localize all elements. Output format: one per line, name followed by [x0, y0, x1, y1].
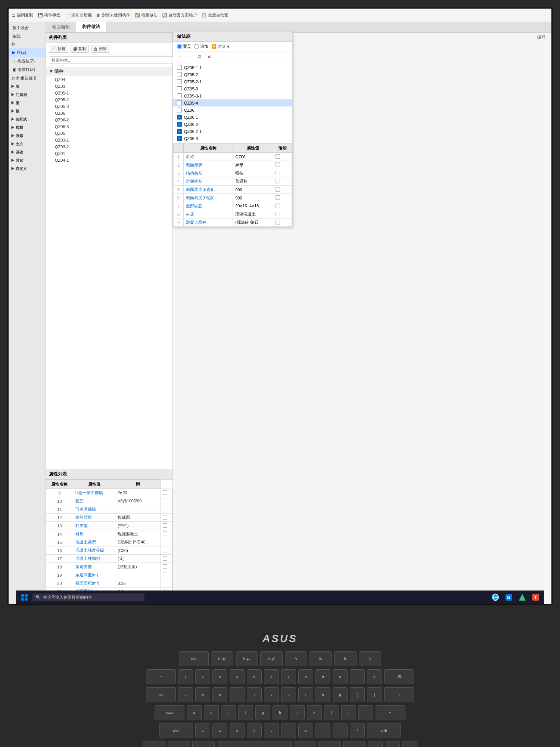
key-f[interactable]: f — [238, 705, 253, 720]
key-e[interactable]: e — [212, 687, 227, 702]
key-d[interactable]: d — [221, 705, 236, 720]
start-button[interactable] — [19, 592, 29, 602]
key-3[interactable]: 3 — [212, 669, 227, 684]
sidebar-decor[interactable]: ▶ 装修 — [9, 132, 46, 140]
tree-item-6[interactable]: QZ06-2 — [46, 117, 172, 123]
key-f2[interactable]: f2 🔈 — [236, 651, 258, 666]
tree-item-9[interactable]: QZ03-1 — [46, 137, 172, 143]
attach-checkbox-11[interactable] — [163, 581, 167, 585]
toolbar-layer-copy[interactable]: 🗂 层间复制 — [12, 12, 33, 18]
key-2[interactable]: 2 — [195, 669, 210, 684]
key-space[interactable] — [217, 741, 292, 747]
key-win[interactable]: ⊞ — [168, 741, 190, 747]
tree-item-2[interactable]: QZ05-1 — [46, 90, 172, 96]
key-alt-l[interactable]: alt — [192, 741, 215, 747]
sidebar-beam[interactable]: ▶ 梁 — [9, 99, 46, 107]
key-f7[interactable]: f7 — [359, 651, 381, 666]
key-t[interactable]: t — [247, 687, 262, 702]
fafa-delete-btn[interactable]: ✕ — [205, 53, 213, 61]
tree-item-8[interactable]: QZ05 — [46, 130, 172, 137]
key-comma[interactable]: , — [315, 723, 330, 738]
key-q[interactable]: q — [178, 687, 193, 702]
key-9[interactable]: 9 — [315, 669, 330, 684]
tree-item-10[interactable]: QZ03-2 — [46, 143, 172, 150]
key-m[interactable]: m — [298, 723, 313, 738]
key-fn[interactable]: fn — [318, 741, 341, 747]
sidebar-door[interactable]: ▶ 门窗洞 — [9, 91, 46, 99]
radio-cover-input[interactable] — [177, 44, 182, 49]
key-a[interactable]: a — [187, 705, 202, 720]
attach-checkbox-0[interactable] — [163, 490, 167, 495]
fafa-checkbox-1[interactable] — [177, 72, 182, 77]
key-backspace[interactable]: ⌫ — [384, 669, 414, 684]
new-button[interactable]: 📄 新建 — [49, 45, 68, 53]
key-alt-r[interactable]: alt — [294, 741, 316, 747]
fafa-item-8[interactable]: ✓ QZ06-2 — [173, 121, 292, 128]
sidebar-item-segment[interactable]: 施工段合 — [9, 24, 46, 32]
fafa-item-10[interactable]: ✓ QZ06-3 — [173, 135, 292, 142]
toolbar-batch[interactable]: 📋 批量自动套 — [202, 12, 228, 18]
fafa-remove-btn[interactable]: － — [186, 53, 193, 61]
key-l[interactable]: l — [324, 705, 339, 720]
fafa-checkbox-2[interactable] — [177, 79, 182, 84]
fafa-item-9[interactable]: ✓ QZ06-2-1 — [173, 128, 292, 135]
key-caps[interactable]: caps — [155, 705, 184, 720]
key-y[interactable]: y — [264, 687, 279, 702]
key-7[interactable]: 7 — [281, 669, 296, 684]
rp-attach-5[interactable] — [276, 195, 280, 200]
key-shift-l[interactable]: shift — [159, 723, 193, 738]
key-n[interactable]: n — [281, 723, 296, 738]
key-f5[interactable]: f5 — [309, 651, 332, 666]
sidebar-item-yueshubianfei[interactable]: □ 约束边缘非 — [9, 74, 46, 83]
toolbar-add-prefix[interactable]: 📄 添加前后缀 — [65, 12, 92, 18]
key-bracket-r[interactable]: ] — [367, 687, 382, 702]
sidebar-item-gouzao[interactable]: ⊙ 构造柱(Z) — [9, 57, 46, 65]
filter-button[interactable]: 🔽 过滤 ▼ — [211, 44, 230, 49]
rp-attach-8[interactable] — [276, 220, 280, 224]
toolbar-auto-plan[interactable]: 🔄 自动套方案维护 — [162, 12, 197, 18]
attach-checkbox-2[interactable] — [163, 507, 167, 511]
fafa-item-1[interactable]: QZ05-2 — [173, 71, 292, 78]
rp-attach-7[interactable] — [276, 212, 280, 216]
fafa-item-4[interactable]: QZ05-3-1 — [173, 92, 292, 99]
delete-button[interactable]: 🗑 删除 — [91, 45, 109, 53]
fafa-copy-btn[interactable]: ⧉ — [196, 53, 203, 61]
key-b[interactable]: b — [264, 723, 279, 738]
fafa-item-2[interactable]: QZ05-2-1 — [173, 78, 292, 85]
sidebar-custom[interactable]: ▶ 自定义 — [9, 165, 46, 173]
key-j[interactable]: j — [290, 705, 305, 720]
fafa-checkbox-4[interactable] — [177, 93, 182, 98]
key-f6[interactable]: f6 — [334, 651, 357, 666]
fafa-item-7[interactable]: ✓ QZ06-1 — [173, 114, 292, 121]
fafa-checkbox-8[interactable]: ✓ — [177, 122, 182, 127]
sidebar-item-zhu[interactable]: ▶ 柱(Z) — [9, 48, 46, 57]
key-period[interactable]: . — [333, 723, 348, 738]
attach-checkbox-8[interactable] — [163, 556, 167, 561]
key-slash[interactable]: / — [350, 723, 365, 738]
fafa-item-3[interactable]: QZ05-3 — [173, 85, 292, 92]
taskbar-app4-icon[interactable]: T — [531, 592, 541, 602]
radio-append[interactable]: 追加 — [194, 44, 208, 49]
key-6[interactable]: 6 — [264, 669, 279, 684]
attach-checkbox-9[interactable] — [163, 564, 167, 569]
tree-group-anchor[interactable]: ▼ 暗柱 — [46, 67, 172, 76]
tab-component-method[interactable]: 构件做法 — [76, 22, 106, 32]
sidebar-earthwork[interactable]: ▶ 土方 — [9, 140, 46, 148]
fafa-checkbox-3[interactable] — [177, 86, 182, 91]
attach-checkbox-6[interactable] — [163, 540, 167, 544]
attach-checkbox-5[interactable] — [163, 531, 167, 536]
fafa-checkbox-6[interactable] — [177, 108, 182, 112]
key-h[interactable]: h — [273, 705, 287, 720]
taskbar-app2-icon[interactable]: G — [504, 592, 514, 602]
sidebar-slab[interactable]: ▶ 板 — [9, 107, 46, 115]
key-f3[interactable]: f3 🔊 — [260, 651, 283, 666]
copy-button[interactable]: 🗐 复制 — [71, 45, 89, 53]
rp-attach-3[interactable] — [276, 179, 280, 183]
sidebar-foundation[interactable]: ▶ 基础 — [9, 148, 46, 156]
key-ctrl-l[interactable]: ctrl — [143, 741, 165, 747]
sidebar-item-qiti[interactable]: ▣ 砌体柱(Z) — [9, 65, 46, 74]
tree-item-5[interactable]: QZ06 — [46, 110, 172, 117]
key-p[interactable]: p — [333, 687, 348, 702]
sidebar-wall[interactable]: ▶ 墙 — [9, 83, 46, 91]
attach-checkbox-7[interactable] — [163, 548, 167, 552]
